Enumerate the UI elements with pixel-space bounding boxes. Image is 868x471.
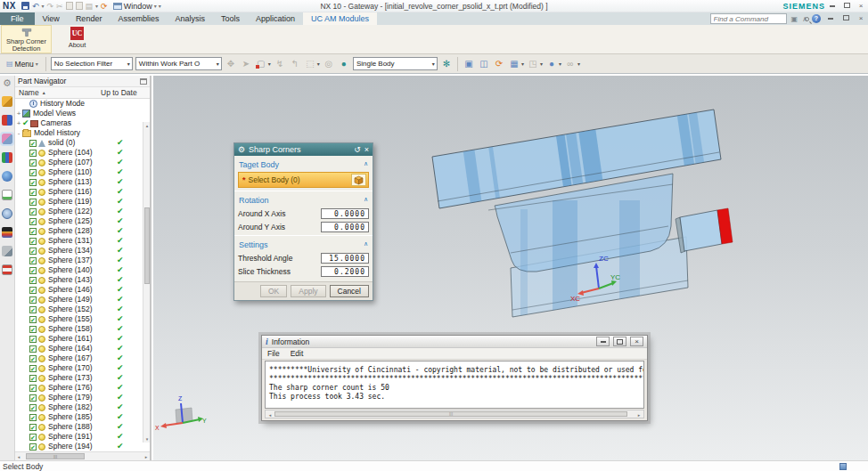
reuse-library-icon[interactable] — [2, 152, 12, 163]
info-maximize-button[interactable] — [613, 337, 626, 346]
view-layout-icon[interactable]: ▦ — [508, 58, 520, 70]
checkbox-icon[interactable]: ✔ — [29, 248, 37, 255]
info-scroll-left-icon[interactable]: ◂ — [266, 411, 274, 418]
checkbox-icon[interactable]: ✔ — [29, 336, 37, 343]
tree-row-sphere[interactable]: ✔ Sphere (179) ✔ — [15, 393, 150, 402]
tab-render[interactable]: Render — [68, 12, 111, 25]
info-hscroll-thumb[interactable]: III — [274, 411, 627, 417]
dialog-reset-icon[interactable]: ↺ — [354, 145, 361, 154]
around-x-input[interactable]: 0.0000 — [321, 208, 369, 219]
sharp-corner-detection-button[interactable]: Sharp Corner Detection — [1, 25, 52, 53]
tree-row-sphere[interactable]: ✔ Sphere (113) ✔ — [15, 177, 150, 187]
tab-view[interactable]: View — [35, 12, 68, 25]
menu-button[interactable]: ▤ Menu ▾ — [4, 59, 41, 69]
info-menu-file[interactable]: File — [267, 349, 280, 358]
selection-filter-dropdown[interactable]: No Selection Filter — [51, 57, 133, 70]
tab-analysis[interactable]: Analysis — [167, 12, 213, 25]
checkbox-icon[interactable]: ✔ — [29, 424, 37, 431]
tree-row-sphere[interactable]: ✔ Sphere (191) ✔ — [15, 432, 150, 442]
tree-row-sphere[interactable]: ✔ Sphere (140) ✔ — [15, 265, 150, 275]
tree-row-sphere[interactable]: ✔ Sphere (173) ✔ — [15, 373, 150, 383]
checkbox-icon[interactable]: ✔ — [29, 306, 37, 313]
cut-icon[interactable]: ✂ — [56, 2, 63, 11]
checkbox-icon[interactable]: ✔ — [29, 228, 37, 235]
roles-gear-icon[interactable]: ⚙ — [2, 77, 12, 88]
column-name[interactable]: Name ▲ — [15, 88, 101, 97]
checkbox-icon[interactable]: ✔ — [29, 287, 37, 294]
doc-close-button[interactable]: × — [856, 14, 866, 23]
paste-icon[interactable] — [76, 2, 83, 10]
checkbox-icon[interactable]: ✔ — [29, 159, 37, 166]
window-view-icon[interactable]: ◫ — [478, 58, 490, 70]
tree-row-sphere[interactable]: ✔ Sphere (152) ✔ — [15, 305, 150, 314]
highlight-icon[interactable]: ◎ — [323, 58, 335, 70]
info-scroll-right-icon[interactable]: ▸ — [635, 411, 643, 418]
tree-row-sphere[interactable]: ✔ Sphere (155) ✔ — [15, 314, 150, 324]
tree-row-sphere[interactable]: ✔ Sphere (134) ✔ — [15, 246, 150, 256]
around-y-input[interactable]: 0.0000 — [321, 222, 369, 232]
undo-dropdown-icon[interactable]: ▾ — [41, 3, 44, 9]
tree-row-sphere[interactable]: ✔ Sphere (131) ✔ — [15, 236, 150, 246]
general-object-icon[interactable]: ● — [338, 58, 350, 70]
movie-icon[interactable] — [2, 264, 12, 275]
ok-button[interactable]: OK — [260, 285, 287, 297]
checkbox-icon[interactable]: ✔ — [29, 296, 37, 304]
tree-vertical-scrollbar[interactable]: ▴ ▾ — [143, 122, 150, 443]
checkbox-icon[interactable]: ✔ — [29, 218, 37, 225]
tree-row-sphere[interactable]: ✔ Sphere (167) ✔ — [15, 353, 150, 363]
repeat-dropdown-icon[interactable]: ▾ — [95, 3, 98, 9]
show-hide-caret-icon[interactable]: ▾ — [559, 61, 561, 67]
tab-application[interactable]: Application — [248, 12, 303, 25]
dialog-close-icon[interactable]: × — [364, 145, 369, 154]
restore-button[interactable] — [841, 2, 852, 11]
apply-button[interactable]: Apply — [291, 285, 325, 297]
tree-row-sphere[interactable]: ✔ Sphere (182) ✔ — [15, 402, 150, 412]
tree-row-sphere[interactable]: ✔ Sphere (158) ✔ — [15, 324, 150, 334]
column-up-to-date[interactable]: Up to Date — [101, 88, 137, 97]
process-tool-icon[interactable] — [2, 246, 12, 256]
checkbox-icon[interactable]: ✔ — [29, 365, 37, 372]
checkbox-icon[interactable]: ✔ — [29, 150, 37, 157]
tree-row-sphere[interactable]: ✔ Sphere (146) ✔ — [15, 285, 150, 295]
body-cube-button[interactable] — [351, 174, 366, 186]
checkbox-icon[interactable]: ✔ — [29, 355, 37, 362]
doc-restore-button[interactable] — [840, 14, 851, 23]
expander-icon[interactable]: + — [15, 109, 22, 118]
checkbox-icon[interactable]: ✔ — [29, 443, 37, 451]
tree-row-sphere[interactable]: ✔ Sphere (161) ✔ — [15, 334, 150, 344]
info-minimize-button[interactable] — [596, 337, 610, 346]
tree-row-sphere[interactable]: ✔ Sphere (110) ✔ — [15, 167, 150, 177]
collapse-chevron-icon[interactable]: ∧ — [364, 240, 368, 249]
model-tab-face[interactable] — [680, 210, 722, 251]
checkbox-icon[interactable]: ✔ — [29, 326, 37, 333]
tree-horizontal-scrollbar[interactable]: ◂ III ▸ — [15, 451, 150, 460]
glasses-caret-icon[interactable]: ▾ — [577, 61, 580, 67]
tab-file[interactable]: File — [0, 12, 35, 25]
scroll-up-icon[interactable]: ▴ — [143, 122, 150, 129]
tree-row-sphere[interactable]: ✔ Sphere (164) ✔ — [15, 344, 150, 353]
tree-row-sphere[interactable]: ✔ Sphere (116) ✔ — [15, 187, 150, 197]
doc-minimize-button[interactable] — [825, 14, 836, 23]
tree-row-sphere[interactable]: ✔ Sphere (128) ✔ — [15, 226, 150, 236]
scroll-down-icon[interactable]: ▾ — [143, 435, 150, 443]
checkbox-icon[interactable]: ✔ — [29, 267, 37, 274]
tree-row-sphere[interactable]: ✔ Sphere (194) ✔ — [15, 442, 150, 451]
select-body-row[interactable]: * Select Body (0) — [238, 172, 369, 188]
expander-icon[interactable]: - — [15, 128, 22, 138]
tree-hscroll-thumb[interactable]: III — [26, 453, 85, 459]
dialog-titlebar[interactable]: ⚙ Sharp Corners ↺ × — [234, 143, 373, 156]
tree-row-sphere[interactable]: ✔ Sphere (176) ✔ — [15, 383, 150, 393]
constraint-navigator-icon[interactable] — [2, 115, 12, 126]
find-command-input[interactable] — [710, 13, 787, 24]
information-hscrollbar[interactable]: ◂ III ▸ — [265, 410, 644, 418]
info-menu-edit[interactable]: Edit — [291, 349, 304, 358]
tree-row-sphere[interactable]: ✔ Sphere (122) ✔ — [15, 207, 150, 216]
fit-view-icon[interactable]: ▣ — [463, 58, 475, 70]
checkbox-icon[interactable]: ✔ — [29, 179, 37, 186]
copy-icon[interactable] — [66, 2, 73, 10]
polygon-select-icon[interactable]: ↰ — [289, 58, 301, 70]
tree-row-solid[interactable]: ✔ solid (0) ✔ — [15, 138, 150, 148]
redo-icon[interactable]: ↷ — [46, 2, 53, 11]
window-menu[interactable]: Window ▾ ▾ — [113, 2, 161, 11]
target-body-section[interactable]: Taget Body ∧ — [238, 158, 369, 171]
